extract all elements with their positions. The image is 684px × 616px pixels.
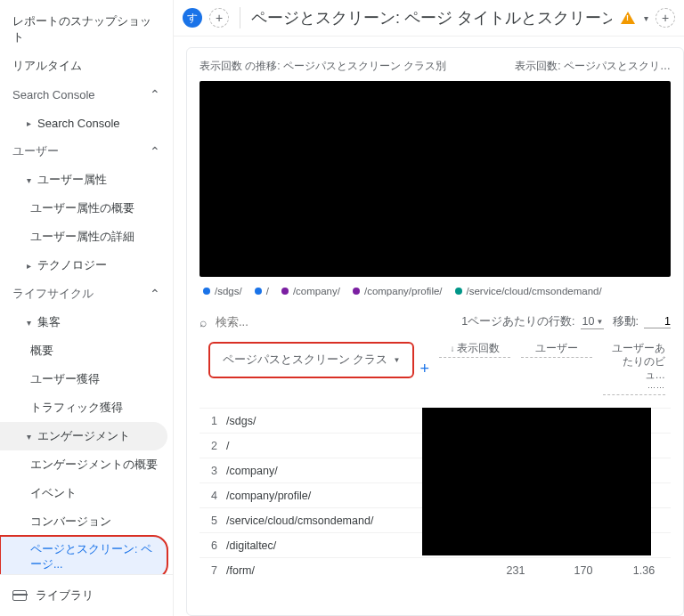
metric-col-views[interactable]: ↓表示回数 bbox=[439, 342, 510, 358]
search-input[interactable] bbox=[216, 315, 452, 328]
caret-down-icon: ▼ bbox=[393, 356, 400, 364]
legend-dot-icon bbox=[281, 288, 289, 295]
caret-down-icon: ▼ bbox=[597, 318, 604, 326]
metric-col-views-per-user[interactable]: ユーザーあたりのビュ…⋯⋯ bbox=[603, 342, 665, 395]
metric-col-users[interactable]: ユーザー bbox=[521, 342, 592, 358]
nav-acq-overview[interactable]: 概要 bbox=[0, 336, 173, 365]
legend-dot-icon bbox=[255, 288, 262, 295]
caret-right-icon: ▸ bbox=[27, 118, 37, 128]
caret-right-icon: ▸ bbox=[27, 261, 37, 271]
chart-title-left: 表示回数 の推移: ページパスとスクリーン クラス別 bbox=[200, 59, 446, 74]
rows-per-page-select[interactable]: 10▼ bbox=[581, 314, 604, 329]
report-card: 表示回数 の推移: ページパスとスクリーン クラス別 表示回数: ページパスとス… bbox=[186, 47, 684, 616]
table-body: 1/sdgs/ 2/ 3/company/ 4/company/profile/… bbox=[200, 408, 671, 582]
add-button[interactable]: + bbox=[656, 8, 675, 28]
nav-user-attr-detail[interactable]: ユーザー属性の詳細 bbox=[0, 223, 173, 251]
caret-down-icon: ▾ bbox=[27, 432, 37, 442]
chart-title-right: 表示回数: ページパスとスクリ… bbox=[515, 59, 671, 74]
legend-item[interactable]: /company/profile/ bbox=[353, 286, 443, 296]
nav-search-console[interactable]: ▸Search Console bbox=[0, 109, 173, 137]
nav-conversion[interactable]: コンバージョン bbox=[0, 507, 173, 536]
goto-label: 移動: bbox=[613, 314, 639, 329]
caret-down-icon: ▾ bbox=[27, 175, 37, 185]
nav-user-acq[interactable]: ユーザー獲得 bbox=[0, 365, 173, 393]
chevron-up-icon: ⌃ bbox=[150, 287, 160, 301]
section-search-console[interactable]: Search Console⌃ bbox=[0, 80, 173, 109]
legend-item[interactable]: /company/ bbox=[281, 286, 340, 296]
add-dimension-button[interactable]: + bbox=[419, 360, 429, 378]
table-controls: ⌕ 1ページあたりの行数: 10▼ 移動: bbox=[200, 309, 671, 338]
nav-user-attr-overview[interactable]: ユーザー属性の概要 bbox=[0, 194, 173, 223]
divider bbox=[240, 7, 240, 28]
dimension-selector[interactable]: ページパスとスクリーン クラス ▼ bbox=[208, 342, 414, 378]
nav-snapshot[interactable]: レポートのスナップショット bbox=[0, 7, 173, 52]
nav-events[interactable]: イベント bbox=[0, 479, 173, 507]
goto-input[interactable] bbox=[644, 315, 671, 328]
nav-technology[interactable]: ▸テクノロジー bbox=[0, 251, 173, 280]
nav-realtime[interactable]: リアルタイム bbox=[0, 52, 173, 80]
chart-header: 表示回数 の推移: ページパスとスクリーン クラス別 表示回数: ページパスとス… bbox=[200, 59, 671, 74]
nav-traffic-acq[interactable]: トラフィック獲得 bbox=[0, 393, 173, 422]
topbar: す + ページとスクリーン: ページ タイトルとスクリーン クラス ▾ + bbox=[174, 0, 684, 36]
add-comparison-button[interactable]: + bbox=[209, 8, 229, 28]
caret-down-icon: ▾ bbox=[27, 318, 37, 328]
library-icon bbox=[12, 590, 27, 601]
legend-item[interactable]: /service/cloud/cmsondemand/ bbox=[455, 286, 602, 296]
legend-item[interactable]: / bbox=[255, 286, 269, 296]
chevron-up-icon: ⌃ bbox=[150, 87, 160, 101]
main: す + ページとスクリーン: ページ タイトルとスクリーン クラス ▾ + 表示… bbox=[174, 0, 684, 616]
nav-engagement[interactable]: ▾エンゲージメント bbox=[0, 422, 167, 450]
table-row[interactable]: 7/form/ 231 170 1.36 bbox=[200, 557, 671, 582]
cell-views: 231 bbox=[482, 564, 550, 577]
section-user[interactable]: ユーザー⌃ bbox=[0, 137, 173, 166]
sidebar-nav: レポートのスナップショット リアルタイム Search Console⌃ ▸Se… bbox=[0, 0, 173, 574]
sidebar: レポートのスナップショット リアルタイム Search Console⌃ ▸Se… bbox=[0, 0, 174, 616]
legend-dot-icon bbox=[353, 288, 360, 295]
sort-down-icon: ↓ bbox=[451, 344, 455, 353]
table-header: ページパスとスクリーン クラス ▼ + ↓表示回数 ユーザー ユーザーあたりのビ… bbox=[200, 338, 671, 397]
chart-legend: /sdgs/ / /company/ /company/profile/ /se… bbox=[200, 277, 671, 309]
legend-dot-icon bbox=[203, 288, 210, 295]
cell-views-per-user: 1.36 bbox=[617, 564, 671, 577]
nav-user-attr[interactable]: ▾ユーザー属性 bbox=[0, 166, 173, 194]
caret-down-icon[interactable]: ▾ bbox=[644, 13, 648, 23]
avatar[interactable]: す bbox=[183, 8, 202, 28]
section-lifecycle[interactable]: ライフサイクル⌃ bbox=[0, 280, 173, 308]
cell-users: 170 bbox=[550, 564, 617, 577]
content: 表示回数 の推移: ページパスとスクリーン クラス別 表示回数: ページパスとス… bbox=[174, 36, 684, 616]
nav-library[interactable]: ライブラリ bbox=[0, 574, 173, 616]
legend-dot-icon bbox=[455, 288, 462, 295]
rows-per-page-label: 1ページあたりの行数: bbox=[461, 314, 574, 329]
nav-acquisition[interactable]: ▾集客 bbox=[0, 308, 173, 336]
ellipsis-icon: ⋯⋯ bbox=[603, 384, 665, 393]
legend-item[interactable]: /sdgs/ bbox=[203, 286, 242, 296]
nav-engagement-overview[interactable]: エンゲージメントの概要 bbox=[0, 450, 173, 479]
line-chart[interactable] bbox=[200, 81, 671, 277]
search-icon: ⌕ bbox=[200, 315, 207, 329]
chevron-up-icon: ⌃ bbox=[150, 144, 160, 158]
warning-icon[interactable] bbox=[619, 9, 637, 27]
nav-pages-screens[interactable]: ページとスクリーン: ページ... bbox=[0, 536, 167, 574]
bar-chart-overlay bbox=[422, 408, 651, 555]
page-title: ページとスクリーン: ページ タイトルとスクリーン クラス bbox=[251, 7, 612, 28]
